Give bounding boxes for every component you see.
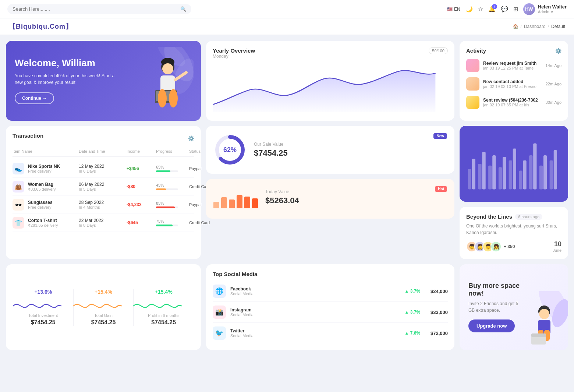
- item-cell: 👜 Women Bag ₹83.65 delivery: [13, 181, 79, 193]
- social-title: Top Social Media: [213, 271, 448, 277]
- fullscreen-icon[interactable]: ⊞: [513, 6, 518, 13]
- user-name: Helen Walter: [538, 4, 567, 10]
- income-cell: -$4,232: [127, 202, 156, 207]
- transaction-settings-button[interactable]: ⚙️: [188, 135, 194, 141]
- upgrade-button[interactable]: Upgrade now: [468, 319, 515, 332]
- yearly-overview-sub: Monday: [213, 54, 255, 59]
- activity-name: Sent review (504)236-7302: [483, 98, 542, 103]
- bar-chart-card: [460, 126, 568, 202]
- transaction-rows: 👟 Nike Sports NK Free delivery 12 May 20…: [13, 160, 194, 232]
- today-value-card: Today Value $5263.04 Hot: [206, 179, 454, 219]
- social-amount: $24,000: [431, 289, 448, 294]
- activity-avatar: [466, 77, 479, 91]
- investment-wave: [13, 299, 61, 313]
- flag-icon: 🇺🇸: [447, 7, 453, 12]
- activity-card: Activity ⚙️ Review request jim Smith jan…: [460, 41, 568, 121]
- income-cell: +$456: [127, 166, 156, 171]
- social-item: 📸 Instagram Social Media ▲ 3.7% $33,000: [213, 302, 448, 323]
- breadcrumb: 🏠 / Dashboard / Default: [513, 24, 565, 29]
- yearly-chart: [213, 64, 448, 112]
- svg-rect-40: [531, 333, 546, 337]
- investment-value: $7454.25: [13, 319, 73, 326]
- activity-item: New contact added jan 02 19 03:10 PM at …: [466, 77, 561, 91]
- continue-button[interactable]: Continue →: [15, 92, 54, 104]
- avatar-4: 👧: [490, 241, 502, 252]
- svg-rect-18: [488, 166, 492, 190]
- activity-when: jan 03 19 12:25 PM at Tame: [483, 66, 542, 70]
- table-row: 🕶️ Sunglasses Free delivery 28 Sep 2022 …: [13, 196, 194, 214]
- date-cell: 22 Mar 2022 In 8 Days: [79, 218, 127, 227]
- avatar-group: 👦 👩 👨 👧: [466, 241, 502, 252]
- social-media-card: Top Social Media 🌐 Facebook Social Media…: [206, 264, 454, 350]
- item-icon: 🕶️: [13, 199, 24, 211]
- social-growth: ▲ 3.7%: [404, 289, 420, 294]
- social-growth: ▲ 7.6%: [404, 331, 420, 336]
- social-platform-icon: 📸: [213, 306, 226, 319]
- investment-label: Total Investment: [13, 313, 73, 318]
- activity-list: Review request jim Smith jan 03 19 12:25…: [466, 59, 561, 109]
- new-badge: New: [433, 133, 447, 139]
- stat-profit: +15.4% Profit in 6 months $7454.25: [133, 289, 194, 326]
- avatar: HW: [523, 3, 535, 15]
- date-cell: 12 May 2022 In 6 Days: [79, 164, 127, 173]
- language-selector[interactable]: 🇺🇸 EN: [447, 7, 460, 12]
- beyond-the-lines-card: Beyond the Lines 6 hours ago One Of the …: [460, 207, 568, 259]
- hot-badge: Hot: [435, 186, 447, 192]
- svg-rect-31: [554, 150, 557, 189]
- svg-rect-14: [468, 169, 471, 190]
- activity-name: Review request jim Smith: [483, 61, 542, 66]
- activity-avatar: [466, 96, 479, 109]
- user-info[interactable]: HW Helen Walter Admin ∨: [523, 3, 567, 15]
- notification-badge: 4: [492, 4, 497, 9]
- yearly-overview-badge: 50/100: [429, 47, 448, 54]
- item-cell: 👟 Nike Sports NK Free delivery: [13, 163, 79, 174]
- activity-time: 30m Ago: [546, 100, 561, 105]
- svg-rect-21: [503, 157, 506, 190]
- search-bar[interactable]: 🔍: [7, 4, 191, 14]
- beyond-title: Beyond the Lines: [466, 213, 512, 220]
- svg-rect-23: [513, 148, 516, 189]
- welcome-card: Welcome, William You have completed 40% …: [6, 41, 201, 121]
- svg-rect-26: [529, 155, 532, 190]
- language-label: EN: [454, 7, 460, 12]
- activity-when: jan 02 19 07:35 PM at Iris: [483, 103, 542, 107]
- date-badge: 10 June: [553, 240, 561, 252]
- sale-value: $7454.25: [254, 148, 288, 158]
- beyond-desc: One Of the world,s brightest, young surf…: [466, 223, 561, 236]
- donut-label: 62%: [223, 146, 237, 154]
- progress-cell: 45%: [156, 183, 189, 190]
- chat-icon[interactable]: 💬: [501, 6, 508, 13]
- transaction-table-header: Item Name Date and Time Income Progress …: [13, 149, 194, 157]
- search-input[interactable]: [13, 6, 177, 12]
- svg-rect-25: [523, 160, 526, 190]
- col-item: Item Name: [13, 149, 79, 153]
- yearly-overview-card: Yearly Overview Monday 50/100: [206, 41, 454, 121]
- gain-label: Total Gain: [74, 313, 134, 318]
- social-platform-icon: 🌐: [213, 285, 226, 298]
- breadcrumb-dashboard[interactable]: Dashboard: [524, 24, 546, 29]
- svg-rect-22: [509, 160, 512, 190]
- progress-cell: 85%: [156, 201, 189, 208]
- dark-mode-toggle[interactable]: 🌙: [465, 6, 473, 13]
- home-icon[interactable]: 🏠: [513, 24, 518, 29]
- activity-title: Activity: [466, 47, 486, 54]
- svg-point-35: [539, 309, 549, 319]
- svg-rect-20: [499, 167, 502, 189]
- item-cell: 👕 Cotton T-shirt ₹283.65 delivery: [13, 217, 79, 229]
- stats-card: +13.6% Total Investment $7454.25 +15.4% …: [6, 264, 201, 350]
- svg-point-10: [158, 89, 167, 107]
- social-item: 🌐 Facebook Social Media ▲ 3.7% $24,000: [213, 281, 448, 302]
- user-role: Admin ∨: [538, 10, 567, 14]
- profit-pct: +15.4%: [134, 289, 194, 295]
- profit-label: Profit in 6 months: [134, 313, 194, 318]
- notifications-button[interactable]: 🔔 4: [488, 6, 496, 13]
- beyond-time: 6 hours ago: [515, 214, 542, 220]
- activity-item: Review request jim Smith jan 03 19 12:25…: [466, 59, 561, 72]
- star-icon[interactable]: ☆: [478, 6, 483, 13]
- investment-pct: +13.6%: [13, 289, 73, 295]
- activity-settings-button[interactable]: ⚙️: [555, 48, 561, 54]
- svg-rect-16: [478, 164, 481, 189]
- breadcrumb-bar: 【Biqubiqu.Com】 🏠 / Dashboard / Default: [0, 18, 574, 35]
- stat-gain: +15.4% Total Gain $7454.25: [73, 289, 134, 326]
- table-row: 👜 Women Bag ₹83.65 delivery 06 May 2022 …: [13, 178, 194, 196]
